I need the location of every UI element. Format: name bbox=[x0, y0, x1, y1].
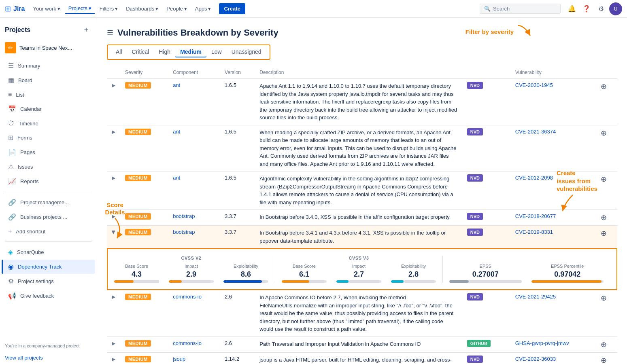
table-row: ▶ MEDIUM jsoup 1.14.2 jsoup is a Java HT… bbox=[107, 352, 617, 364]
sidebar-item-give-feedback[interactable]: 📢 Give feedback bbox=[2, 289, 95, 303]
notifications-button[interactable]: 🔔 bbox=[565, 2, 578, 15]
add-issue-button[interactable]: ⊕ bbox=[601, 294, 607, 302]
nav-people[interactable]: People▾ bbox=[163, 4, 190, 13]
col-action bbox=[596, 66, 617, 79]
expand-arrow[interactable]: ▶ bbox=[112, 341, 115, 346]
cve-link[interactable]: CVE-2021-29425 bbox=[515, 294, 556, 300]
severity-badge: MEDIUM bbox=[125, 175, 151, 181]
component-link[interactable]: ant bbox=[173, 129, 180, 135]
reports-icon: 📈 bbox=[8, 178, 16, 185]
expand-arrow[interactable]: ▶ bbox=[112, 175, 115, 181]
source-badge: NVD bbox=[467, 356, 483, 363]
cve-link[interactable]: GHSA-gwrp-pvrq-jmwv bbox=[515, 340, 569, 346]
cvss-v3-group: CVSS V3 Base Score 6.1 bbox=[275, 256, 443, 283]
description-cell: In Bootstrap before 3.4.0, XSS is possib… bbox=[255, 210, 462, 226]
sidebar-item-business-projects[interactable]: 🔗 Business projects ... bbox=[2, 210, 95, 224]
cve-link[interactable]: CVE-2019-8331 bbox=[515, 229, 553, 235]
sidebar: Projects + ✏ Teams in Space Nex... ☰ Sum… bbox=[0, 18, 97, 364]
add-issue-button[interactable]: ⊕ bbox=[601, 341, 607, 349]
sidebar-item-list[interactable]: ≡ List bbox=[2, 88, 95, 102]
sidebar-item-summary[interactable]: ☰ Summary bbox=[2, 59, 95, 73]
add-issue-button[interactable]: ⊕ bbox=[601, 129, 607, 137]
nav-dashboards[interactable]: Dashboards▾ bbox=[123, 4, 162, 13]
cve-link[interactable]: CVE-2012-2098 bbox=[515, 175, 553, 181]
sidebar-item-pages[interactable]: 📄 Pages bbox=[2, 145, 95, 159]
cvss-v3-exploitability: Exploitability 2.8 bbox=[391, 264, 436, 283]
score-bar bbox=[449, 280, 522, 283]
add-issue-button[interactable]: ⊕ bbox=[601, 214, 607, 222]
cve-link[interactable]: CVE-2021-36374 bbox=[515, 129, 556, 135]
component-link[interactable]: jsoup bbox=[173, 356, 185, 362]
col-vuln-source bbox=[462, 66, 510, 79]
add-issue-button[interactable]: ⊕ bbox=[601, 83, 607, 91]
epss-score: EPSS 0.27007 bbox=[449, 264, 522, 283]
sidebar-item-project-settings[interactable]: ⚙ Project settings bbox=[2, 274, 95, 288]
sonarqube-icon: ◈ bbox=[8, 248, 13, 256]
expand-arrow[interactable]: ▶ bbox=[112, 294, 115, 300]
cve-link[interactable]: CVE-2020-1945 bbox=[515, 82, 553, 88]
sidebar-item-project-management[interactable]: 🔗 Project manageme... bbox=[2, 195, 95, 210]
sidebar-project[interactable]: ✏ Teams in Space Nex... bbox=[0, 39, 97, 57]
component-link[interactable]: commons-io bbox=[173, 340, 202, 346]
business-projects-icon: 🔗 bbox=[8, 213, 16, 221]
component-link[interactable]: bootstrap bbox=[173, 213, 195, 219]
filter-tab-low[interactable]: Low bbox=[206, 47, 227, 57]
nav-projects[interactable]: Projects▾ bbox=[65, 4, 95, 14]
severity-badge: MEDIUM bbox=[125, 229, 151, 235]
component-link[interactable]: commons-io bbox=[173, 294, 202, 300]
source-badge: NVD bbox=[467, 293, 483, 301]
source-badge: NVD bbox=[467, 128, 483, 135]
expand-arrow[interactable]: ▶ bbox=[112, 356, 115, 362]
severity-badge: MEDIUM bbox=[125, 294, 151, 300]
filter-tab-high[interactable]: High bbox=[154, 47, 175, 57]
cvss-v2-title: CVSS V2 bbox=[114, 256, 268, 260]
sidebar-item-add-shortcut[interactable]: + Add shortcut bbox=[2, 224, 95, 238]
sidebar-item-timeline[interactable]: ⏱ Timeline bbox=[2, 116, 95, 130]
sidebar-item-issues[interactable]: ⚠ Issues bbox=[2, 160, 95, 174]
nav-apps[interactable]: Apps▾ bbox=[192, 4, 215, 13]
component-link[interactable]: ant bbox=[173, 82, 180, 88]
help-button[interactable]: ❓ bbox=[580, 2, 593, 15]
search-placeholder: Search bbox=[493, 6, 510, 12]
nav-filters[interactable]: Filters▾ bbox=[96, 4, 121, 13]
epss-percentile: EPSS Percentile 0.97042 bbox=[531, 264, 604, 283]
table-row: ▶ MEDIUM bootstrap 3.3.7 In Bootstrap be… bbox=[107, 210, 617, 226]
settings-button[interactable]: ⚙ bbox=[595, 2, 608, 15]
add-issue-button[interactable]: ⊕ bbox=[601, 356, 607, 364]
cve-link[interactable]: CVE-2018-20677 bbox=[515, 213, 556, 219]
col-vulnerability: Vulnerability bbox=[510, 66, 596, 79]
logo[interactable]: ⊞ Jira bbox=[5, 4, 25, 13]
component-link[interactable]: ant bbox=[173, 175, 180, 181]
create-button[interactable]: Create bbox=[219, 3, 245, 14]
sidebar-divider-2 bbox=[5, 241, 92, 242]
sidebar-item-reports[interactable]: 📈 Reports bbox=[2, 174, 95, 188]
cvss-v2-group: CVSS V2 Base Score 4.3 bbox=[114, 256, 275, 283]
user-avatar[interactable]: U bbox=[609, 2, 622, 15]
view-all-projects-link[interactable]: View all projects bbox=[0, 351, 97, 364]
feedback-icon: 📢 bbox=[8, 292, 16, 300]
filter-tab-medium[interactable]: Medium bbox=[175, 47, 206, 57]
score-details-panel: CVSS V2 Base Score 4.3 bbox=[114, 256, 610, 283]
severity-badge: MEDIUM bbox=[125, 82, 151, 89]
version-cell: 2.6 bbox=[220, 290, 255, 337]
dependency-track-icon: ◉ bbox=[8, 263, 14, 271]
expand-arrow[interactable]: ▶ bbox=[112, 129, 115, 135]
filter-tab-critical[interactable]: Critical bbox=[127, 47, 154, 57]
sidebar-item-dependency-track[interactable]: ◉ Dependency Track bbox=[2, 260, 95, 274]
sidebar-item-forms[interactable]: ⊞ Forms bbox=[2, 131, 95, 145]
expand-arrow[interactable]: ▶ bbox=[112, 83, 115, 88]
sidebar-add-button[interactable]: + bbox=[81, 24, 92, 36]
score-annotation: Score Details bbox=[105, 201, 125, 216]
score-bar bbox=[391, 280, 436, 283]
filter-tab-all[interactable]: All bbox=[111, 47, 127, 57]
add-issue-button[interactable]: ⊕ bbox=[601, 229, 607, 237]
sidebar-item-board[interactable]: ▦ Board bbox=[2, 73, 95, 87]
forms-icon: ⊞ bbox=[8, 134, 13, 142]
sidebar-item-sonarqube[interactable]: ◈ SonarQube bbox=[2, 245, 95, 259]
sidebar-item-calendar[interactable]: 📅 Calendar bbox=[2, 102, 95, 116]
filter-tab-unassigned[interactable]: Unassigned bbox=[227, 47, 266, 57]
component-link[interactable]: bootstrap bbox=[173, 229, 195, 235]
search-box[interactable]: 🔍 Search bbox=[480, 4, 561, 14]
nav-your-work[interactable]: Your work▾ bbox=[30, 4, 63, 13]
cve-link[interactable]: CVE-2022-36033 bbox=[515, 356, 556, 362]
